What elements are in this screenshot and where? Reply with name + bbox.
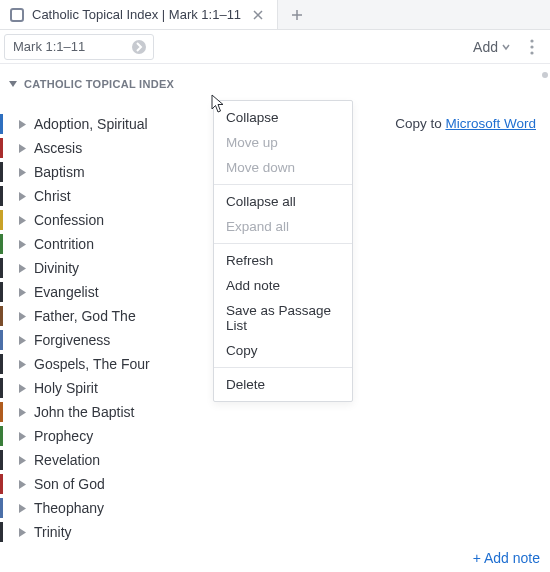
chevron-right-icon[interactable]: [18, 456, 27, 465]
svg-marker-16: [19, 384, 26, 393]
new-tab-button[interactable]: [278, 0, 316, 29]
chevron-right-icon[interactable]: [18, 432, 27, 441]
color-stripe: [0, 210, 3, 230]
scrollbar-thumb[interactable]: [542, 72, 548, 78]
tree-item[interactable]: Son of God: [18, 472, 550, 496]
svg-point-2: [530, 45, 533, 48]
color-stripe: [0, 138, 3, 158]
close-icon[interactable]: [249, 6, 267, 24]
tree-item-label: Son of God: [34, 476, 105, 492]
svg-marker-11: [19, 264, 26, 273]
color-stripe: [0, 402, 3, 422]
menu-refresh[interactable]: Refresh: [214, 248, 352, 273]
add-button[interactable]: Add: [467, 34, 516, 60]
tree-item[interactable]: Revelation: [18, 448, 550, 472]
chevron-right-icon[interactable]: [18, 528, 27, 537]
tree-item-label: Holy Spirit: [34, 380, 98, 396]
color-stripe: [0, 354, 3, 374]
chevron-right-icon[interactable]: [18, 192, 27, 201]
svg-marker-4: [9, 81, 17, 87]
tab-title: Catholic Topical Index | Mark 1:1–11: [32, 7, 241, 22]
svg-point-1: [530, 39, 533, 42]
section-header-label: CATHOLIC TOPICAL INDEX: [24, 78, 174, 90]
svg-marker-6: [19, 144, 26, 153]
menu-move-down: Move down: [214, 155, 352, 180]
menu-separator: [214, 243, 352, 244]
go-icon[interactable]: [131, 39, 147, 55]
more-menu-button[interactable]: [522, 34, 542, 60]
tree-item[interactable]: Prophecy: [18, 424, 550, 448]
svg-point-0: [132, 40, 146, 54]
chevron-right-icon[interactable]: [18, 240, 27, 249]
reference-text: Mark 1:1–11: [13, 39, 85, 54]
menu-collapse-all[interactable]: Collapse all: [214, 189, 352, 214]
color-stripe: [0, 258, 3, 278]
tree-item-label: Baptism: [34, 164, 85, 180]
chevron-right-icon[interactable]: [18, 264, 27, 273]
menu-save-passage[interactable]: Save as Passage List: [214, 298, 352, 338]
color-stripe: [0, 474, 3, 494]
chevron-right-icon[interactable]: [18, 336, 27, 345]
tree-item[interactable]: Trinity: [18, 520, 550, 544]
menu-separator: [214, 184, 352, 185]
svg-marker-13: [19, 312, 26, 321]
color-stripe: [0, 114, 3, 134]
tree-item-label: Forgiveness: [34, 332, 110, 348]
tree-item-label: Ascesis: [34, 140, 82, 156]
chevron-right-icon[interactable]: [18, 384, 27, 393]
tree-item-label: Evangelist: [34, 284, 99, 300]
color-stripe: [0, 450, 3, 470]
chevron-right-icon[interactable]: [18, 120, 27, 129]
svg-point-3: [530, 51, 533, 54]
tree-item-label: Revelation: [34, 452, 100, 468]
color-stripe: [0, 282, 3, 302]
chevron-down-icon: [8, 79, 18, 89]
tree-item-label: Gospels, The Four: [34, 356, 150, 372]
tree-item-label: Christ: [34, 188, 71, 204]
chevron-right-icon[interactable]: [18, 216, 27, 225]
svg-marker-7: [19, 168, 26, 177]
chevron-right-icon[interactable]: [18, 408, 27, 417]
svg-marker-12: [19, 288, 26, 297]
tree-item-label: Adoption, Spiritual: [34, 116, 148, 132]
tree-item-label: Confession: [34, 212, 104, 228]
tree-item-label: Divinity: [34, 260, 79, 276]
chevron-right-icon[interactable]: [18, 144, 27, 153]
context-menu: Collapse Move up Move down Collapse all …: [213, 100, 353, 402]
toolbar: Mark 1:1–11 Add: [0, 30, 550, 64]
menu-move-up: Move up: [214, 130, 352, 155]
color-stripe: [0, 306, 3, 326]
menu-delete[interactable]: Delete: [214, 372, 352, 397]
chevron-right-icon[interactable]: [18, 312, 27, 321]
chevron-right-icon[interactable]: [18, 288, 27, 297]
menu-collapse[interactable]: Collapse: [214, 105, 352, 130]
menu-add-note[interactable]: Add note: [214, 273, 352, 298]
chevron-right-icon[interactable]: [18, 360, 27, 369]
titlebar: Catholic Topical Index | Mark 1:1–11: [0, 0, 550, 30]
tree-item-label: Contrition: [34, 236, 94, 252]
tree-item-label: Father, God The: [34, 308, 136, 324]
reference-input[interactable]: Mark 1:1–11: [4, 34, 154, 60]
menu-copy[interactable]: Copy: [214, 338, 352, 363]
chevron-right-icon[interactable]: [18, 504, 27, 513]
color-stripe: [0, 162, 3, 182]
book-icon: [10, 8, 24, 22]
menu-separator: [214, 367, 352, 368]
tree-item[interactable]: John the Baptist: [18, 400, 550, 424]
svg-marker-19: [19, 456, 26, 465]
tree-item-label: John the Baptist: [34, 404, 134, 420]
svg-marker-20: [19, 480, 26, 489]
chevron-right-icon[interactable]: [18, 168, 27, 177]
svg-marker-17: [19, 408, 26, 417]
add-note-link[interactable]: + Add note: [473, 550, 540, 566]
tree-item[interactable]: Theophany: [18, 496, 550, 520]
active-tab[interactable]: Catholic Topical Index | Mark 1:1–11: [0, 0, 278, 29]
chevron-right-icon[interactable]: [18, 480, 27, 489]
svg-marker-5: [19, 120, 26, 129]
svg-marker-9: [19, 216, 26, 225]
section-header[interactable]: CATHOLIC TOPICAL INDEX: [0, 64, 550, 94]
tree-item-label: Trinity: [34, 524, 72, 540]
svg-marker-8: [19, 192, 26, 201]
color-stripe: [0, 330, 3, 350]
svg-marker-14: [19, 336, 26, 345]
